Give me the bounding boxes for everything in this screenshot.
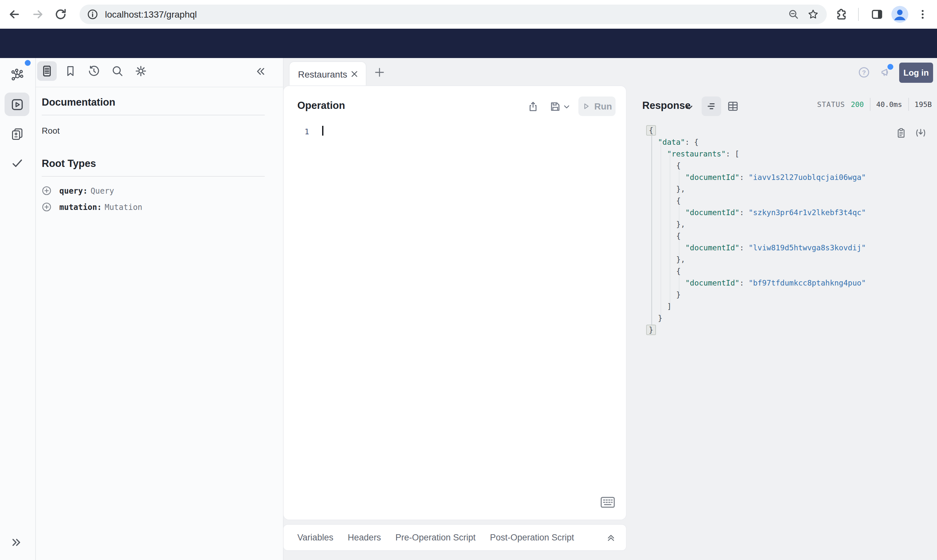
collapse-up-icon[interactable] [605, 532, 617, 543]
root-type-query-row[interactable]: query: Query [42, 185, 114, 196]
root-type-name[interactable]: Query [91, 186, 114, 195]
apollo-sandbox-app: localhost:1337/graphql A SANDBOX [0, 0, 937, 560]
copy-response-button[interactable] [895, 127, 907, 139]
back-icon [8, 8, 21, 21]
side-panel-icon [871, 8, 883, 21]
docs-icon [40, 65, 54, 78]
keyboard-shortcuts-button[interactable] [600, 497, 615, 508]
response-json-line: { [649, 265, 866, 277]
tab-restaurants[interactable]: Restaurants [289, 61, 366, 86]
response-duration: 40.0ms [876, 100, 902, 109]
root-type-field[interactable]: query: [59, 186, 88, 195]
docs-root-link[interactable]: Root [42, 126, 60, 135]
rail-item-collections[interactable] [11, 127, 24, 141]
operation-editor[interactable] [300, 123, 618, 511]
help-button[interactable]: ? [858, 66, 870, 78]
expand-right-icon [10, 536, 23, 549]
response-json-line: "documentId": "szkyn3pr64r1v2lkebf3t4qc" [649, 207, 866, 218]
tab-label[interactable]: Restaurants [298, 69, 350, 79]
add-tab-icon [374, 67, 385, 78]
tab-headers[interactable]: Headers [348, 532, 381, 542]
extensions-button[interactable] [833, 6, 849, 22]
rail-item-schema[interactable] [11, 68, 24, 82]
response-json-line: { [649, 160, 866, 171]
collection-icon [11, 127, 24, 141]
status-label: STATUS [817, 100, 845, 109]
rail-expand-button[interactable] [10, 536, 23, 549]
zoom-out-icon[interactable] [788, 8, 799, 20]
browser-menu-button[interactable] [915, 6, 931, 22]
profile-avatar[interactable] [891, 6, 908, 23]
search-icon [111, 65, 124, 78]
response-json-line: }, [649, 183, 866, 195]
forward-button[interactable] [30, 6, 46, 22]
reload-icon [54, 8, 67, 21]
response-json-line: "documentId": "iavv1s2l27uoblqcjai06wga" [649, 171, 866, 183]
svg-text:?: ? [862, 69, 866, 76]
response-json-line: { [649, 125, 866, 136]
docs-tool-settings[interactable] [134, 65, 148, 78]
add-tab-button[interactable] [374, 67, 385, 78]
docs-tool-history[interactable] [88, 65, 100, 78]
tab-post-operation-script[interactable]: Post-Operation Script [490, 532, 574, 542]
response-json-line: ] [649, 300, 866, 312]
response-json-line: }, [649, 254, 866, 265]
toolbar-divider [858, 8, 859, 21]
download-icon [915, 127, 926, 139]
response-json-line: }, [649, 218, 866, 230]
response-json-line: "documentId": "lviw819d5htwvga8s3kovdij" [649, 242, 866, 254]
response-json-line: } [649, 312, 866, 324]
root-types-rule [42, 176, 265, 177]
response-json-line: } [649, 324, 866, 336]
collapse-left-icon [254, 65, 267, 78]
response-size: 195B [914, 100, 932, 109]
download-response-button[interactable] [915, 127, 926, 139]
response-json-line: "restaurants": [ [649, 148, 866, 160]
response-json[interactable]: {"data": {"restaurants": [{"documentId":… [649, 125, 866, 336]
operation-bottom-bar: Variables Headers Pre-Operation Script P… [284, 525, 626, 550]
root-type-name[interactable]: Mutation [105, 203, 143, 212]
extensions-icon [835, 8, 848, 21]
response-json-line: } [649, 289, 866, 300]
root-type-field[interactable]: mutation: [59, 203, 102, 212]
circle-plus-icon[interactable] [42, 202, 52, 212]
docs-tool-search[interactable] [111, 65, 124, 78]
docs-tool-bookmarks[interactable] [64, 65, 77, 78]
info-icon[interactable] [87, 8, 98, 20]
settings-gear-icon [134, 65, 148, 78]
graph-icon [11, 68, 24, 82]
documentation-panel [36, 58, 284, 560]
star-icon[interactable] [807, 8, 819, 20]
meta-divider [870, 98, 871, 111]
address-bar[interactable]: localhost:1337/graphql [80, 5, 827, 24]
help-icon: ? [858, 66, 870, 78]
response-json-line: { [649, 230, 866, 242]
meta-divider [908, 98, 909, 111]
root-type-mutation-row[interactable]: mutation: Mutation [42, 201, 143, 212]
url-text[interactable]: localhost:1337/graphql [105, 9, 788, 20]
tab-variables[interactable]: Variables [297, 532, 334, 542]
circle-plus-icon[interactable] [42, 185, 52, 195]
docs-title-rule [42, 115, 265, 115]
tab-pre-operation-script[interactable]: Pre-Operation Script [395, 532, 476, 542]
checks-icon [11, 157, 24, 170]
response-json-line: "data": { [649, 136, 866, 148]
back-button[interactable] [6, 6, 22, 22]
docs-tool-documentation[interactable] [40, 65, 54, 78]
history-icon [88, 65, 100, 78]
forward-icon [31, 8, 44, 21]
rail-notification-dot [25, 60, 31, 66]
root-types-title: Root Types [42, 158, 96, 169]
status-code: 200 [851, 100, 864, 109]
bookmark-icon [64, 65, 77, 78]
close-icon[interactable] [350, 70, 358, 78]
login-button[interactable]: Log in [899, 63, 933, 83]
docs-toolbar-divider [36, 87, 283, 87]
browser-toolbar: localhost:1337/graphql [0, 0, 937, 29]
response-meta: STATUS 200 40.0ms 195B [0, 98, 932, 111]
docs-collapse-button[interactable] [254, 65, 267, 78]
rail-item-checks[interactable] [11, 157, 24, 170]
side-panel-button[interactable] [869, 6, 885, 22]
response-json-line: "documentId": "bf97tfdumkcc8ptahkng4puo" [649, 277, 866, 289]
reload-button[interactable] [53, 6, 68, 22]
